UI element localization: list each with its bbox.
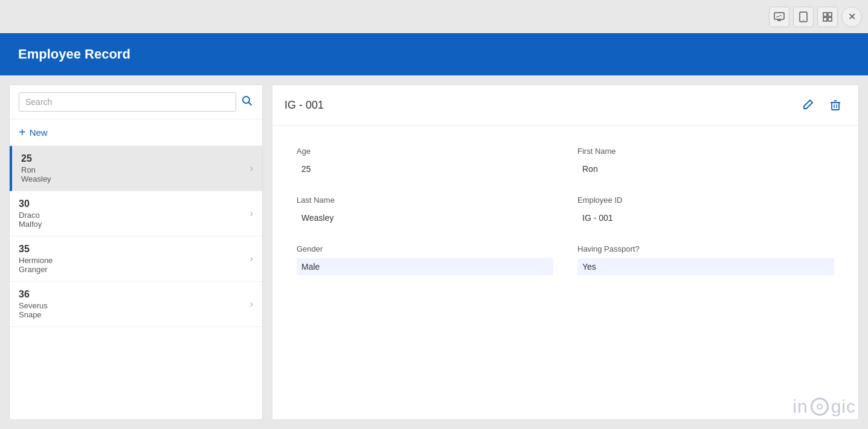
search-input[interactable] <box>19 92 236 112</box>
svg-rect-11 <box>832 103 839 110</box>
list-item[interactable]: 25 RonWeasley › <box>10 146 262 191</box>
record-id: IG - 001 <box>285 99 797 112</box>
age-field: Age 25 <box>285 138 565 186</box>
list-item-content: 25 RonWeasley <box>21 153 250 183</box>
passport-value: Yes <box>577 258 834 275</box>
last-name-value: Weasley <box>297 209 553 226</box>
employee-id-field: Employee ID IG - 001 <box>565 186 846 235</box>
svg-rect-7 <box>823 17 827 21</box>
passport-field: Having Passport? Yes <box>565 235 846 284</box>
monitor-icon[interactable] <box>769 7 789 27</box>
list-item-name: DracoMalfoy <box>19 211 250 229</box>
list-item-age: 35 <box>19 244 250 255</box>
list-item-name: SeverusSnape <box>19 301 250 319</box>
close-icon: ✕ <box>848 11 856 22</box>
passport-label: Having Passport? <box>577 244 834 253</box>
svg-rect-8 <box>828 17 832 21</box>
chevron-right-icon: › <box>250 163 253 174</box>
app-title: Employee Record <box>18 46 130 62</box>
edit-button[interactable] <box>797 94 818 116</box>
employee-id-label: Employee ID <box>577 195 834 205</box>
gender-value: Male <box>297 258 553 275</box>
svg-point-4 <box>803 19 804 21</box>
new-label: New <box>30 127 48 138</box>
list-item[interactable]: 30 DracoMalfoy › <box>10 191 262 237</box>
list-item-content: 35 HermioneGranger <box>19 244 250 274</box>
watermark-text-after: gic <box>831 396 856 417</box>
tablet-icon[interactable] <box>793 7 814 27</box>
chevron-right-icon: › <box>250 253 253 264</box>
grid-icon[interactable] <box>817 7 838 27</box>
watermark-text: in <box>792 396 808 417</box>
right-panel: IG - 001 <box>272 84 859 420</box>
first-name-value: Ron <box>577 160 834 177</box>
main-content: + New 25 RonWeasley › 30 DracoMalfoy › <box>0 75 868 429</box>
record-body: Age 25 First Name Ron Last Name Weasley … <box>272 126 858 419</box>
age-value: 25 <box>297 160 553 177</box>
plus-icon: + <box>19 126 26 139</box>
close-button[interactable]: ✕ <box>841 7 862 27</box>
search-button[interactable] <box>241 95 253 110</box>
list-item-age: 36 <box>19 289 250 300</box>
delete-button[interactable] <box>825 94 846 116</box>
svg-rect-5 <box>823 13 827 16</box>
last-name-label: Last Name <box>297 195 553 205</box>
age-label: Age <box>297 147 553 156</box>
record-header: IG - 001 <box>272 85 858 126</box>
list-item-age: 25 <box>21 153 250 164</box>
list-item-content: 30 DracoMalfoy <box>19 199 250 229</box>
search-bar <box>10 85 262 119</box>
list-item-age: 30 <box>19 199 250 209</box>
top-bar: ✕ <box>769 0 868 33</box>
svg-rect-6 <box>828 13 832 16</box>
left-panel: + New 25 RonWeasley › 30 DracoMalfoy › <box>9 84 263 420</box>
chevron-right-icon: › <box>250 208 253 219</box>
watermark: in gic <box>792 396 856 417</box>
list-item-name: HermioneGranger <box>19 256 250 274</box>
gender-field: Gender Male <box>285 235 565 284</box>
app-header: Employee Record <box>0 33 868 75</box>
list-item[interactable]: 36 SeverusSnape › <box>10 282 262 327</box>
gender-label: Gender <box>297 244 553 253</box>
list-item-content: 36 SeverusSnape <box>19 289 250 319</box>
list-item[interactable]: 35 HermioneGranger › <box>10 237 262 282</box>
employee-list: 25 RonWeasley › 30 DracoMalfoy › 35 Herm… <box>10 146 262 419</box>
record-actions <box>797 94 846 116</box>
last-name-field: Last Name Weasley <box>285 186 565 235</box>
employee-id-value: IG - 001 <box>577 209 834 226</box>
chevron-right-icon: › <box>250 299 253 310</box>
list-item-name: RonWeasley <box>21 165 250 183</box>
svg-line-10 <box>249 102 252 105</box>
watermark-circle <box>811 398 829 416</box>
new-button[interactable]: + New <box>10 119 262 146</box>
first-name-label: First Name <box>577 147 834 156</box>
first-name-field: First Name Ron <box>565 138 846 186</box>
